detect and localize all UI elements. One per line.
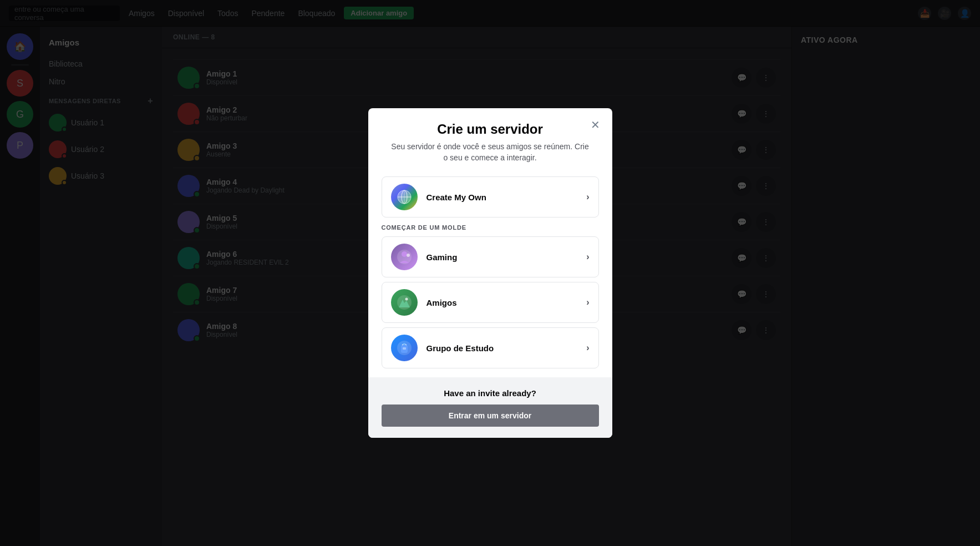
gaming-chevron: › — [586, 252, 589, 262]
create-my-own-option[interactable]: Create My Own › — [382, 176, 599, 218]
svg-point-7 — [397, 295, 412, 310]
modal-subtitle: Seu servidor é onde você e seus amigos s… — [382, 141, 599, 163]
invite-text: Have an invite already? — [382, 388, 599, 398]
modal-overlay: ✕ Crie um servidor Seu servidor é onde v… — [0, 0, 980, 546]
study-icon — [391, 335, 418, 361]
create-my-own-label: Create My Own — [426, 193, 578, 202]
create-my-own-icon — [391, 184, 418, 210]
amigos-icon — [391, 289, 418, 316]
amigos-label: Amigos — [426, 298, 578, 307]
gaming-label: Gaming — [426, 252, 578, 262]
study-chevron: › — [586, 343, 589, 353]
svg-point-6 — [407, 254, 410, 257]
create-server-modal: ✕ Crie um servidor Seu servidor é onde v… — [368, 108, 612, 438]
modal-body: Create My Own › COMEÇAR DE UM MOLDE Gami… — [368, 168, 612, 377]
join-server-button[interactable]: Entrar em um servidor — [382, 405, 599, 427]
amigos-template-option[interactable]: Amigos › — [382, 282, 599, 323]
svg-rect-11 — [403, 347, 406, 350]
modal-title: Crie um servidor — [382, 122, 599, 137]
template-section-label: COMEÇAR DE UM MOLDE — [382, 222, 599, 232]
amigos-chevron: › — [586, 297, 589, 307]
study-label: Grupo de Estudo — [426, 343, 578, 353]
modal-footer: Have an invite already? Entrar em um ser… — [368, 377, 612, 438]
close-button[interactable]: ✕ — [588, 117, 603, 133]
svg-point-8 — [405, 298, 408, 301]
gaming-icon — [391, 244, 418, 270]
svg-point-12 — [403, 343, 405, 345]
svg-point-5 — [402, 251, 407, 257]
study-template-option[interactable]: Grupo de Estudo › — [382, 327, 599, 368]
gaming-template-option[interactable]: Gaming › — [382, 236, 599, 277]
modal-header: ✕ Crie um servidor Seu servidor é onde v… — [368, 108, 612, 168]
create-my-own-chevron: › — [586, 192, 589, 202]
